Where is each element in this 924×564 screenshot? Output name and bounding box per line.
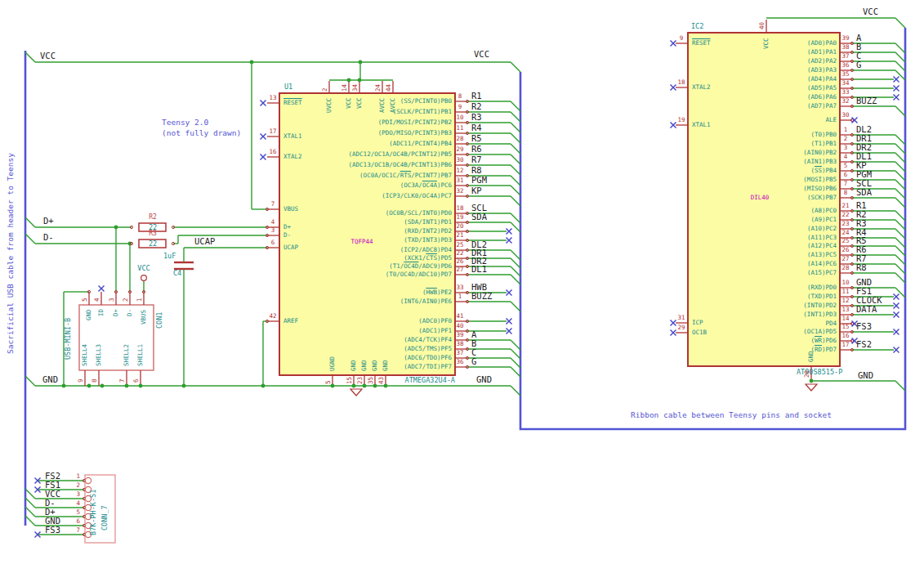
pin-name: GND bbox=[382, 360, 389, 371]
pin-number: 12 bbox=[840, 298, 851, 304]
pin-number: 9 bbox=[454, 104, 466, 110]
pin-number: 5 bbox=[70, 509, 80, 516]
pin-number: 34 bbox=[840, 80, 851, 87]
pin-number: 2 bbox=[123, 298, 129, 302]
component-value: 1uF bbox=[163, 253, 176, 260]
pin-number: 39 bbox=[840, 35, 851, 42]
pin-name: (A8)PC0 bbox=[665, 208, 837, 214]
pin-number: 31 bbox=[675, 315, 688, 321]
net-label: R5 bbox=[471, 134, 482, 143]
pin-number: 17 bbox=[266, 128, 279, 135]
component-ref: U1 bbox=[284, 83, 292, 91]
net-label: GND bbox=[856, 278, 872, 287]
pin-number: 2 bbox=[322, 87, 328, 92]
pin-number: 13 bbox=[266, 95, 279, 101]
component-ref: CON1 bbox=[156, 312, 163, 329]
pin-number: 44 bbox=[386, 84, 392, 92]
no-connect-icon bbox=[507, 329, 512, 334]
no-connect-icon bbox=[507, 319, 512, 325]
pin-name: (T0/OC4D/ADC10)PD7 bbox=[280, 271, 452, 278]
pin-name: (AIN1)PB3 bbox=[665, 159, 837, 165]
pin-number: 22 bbox=[454, 250, 466, 257]
pin-name: (ADC13/OC1B/OC4B/PCINT13)PB6 bbox=[280, 162, 452, 168]
pin-name: (T1)PB1 bbox=[665, 141, 837, 147]
note-ribbon: Ribbon cable between Teensy pins and soc… bbox=[629, 411, 833, 419]
net-label: FS2 bbox=[856, 340, 872, 349]
pin-name: (A11)PC3 bbox=[665, 235, 837, 241]
pin-number: 27 bbox=[454, 266, 466, 273]
pin-name: (T0)PB0 bbox=[665, 132, 837, 138]
pin-name: (AIN0)PB2 bbox=[665, 150, 837, 156]
pin-name: XTAL1 bbox=[692, 122, 711, 128]
pin-name: (INT6/AIN0)PE6 bbox=[280, 298, 452, 305]
note-usb-cable: Sacrificial USB cable from header to Tee… bbox=[7, 153, 15, 354]
pin-name: SHELL4 bbox=[82, 344, 88, 366]
pin-number: 1 bbox=[840, 127, 851, 133]
net-label: R3 bbox=[471, 113, 482, 122]
pin-number: 35 bbox=[840, 71, 851, 78]
no-connect-icon bbox=[894, 347, 899, 353]
note-teensy: (not fully drawn) bbox=[162, 129, 241, 137]
pin-number: 2 bbox=[840, 136, 851, 142]
pin-number: 6 bbox=[70, 518, 80, 525]
pin-name: (AD4)PA4 bbox=[665, 76, 837, 83]
pin-number: 15 bbox=[346, 377, 353, 384]
pin-name: (A14)PC6 bbox=[665, 261, 837, 267]
pin-number: 36 bbox=[840, 62, 851, 69]
net-label: PGM bbox=[856, 170, 872, 179]
net-label-gnd: GND bbox=[476, 375, 492, 384]
pin-name: (TXD)PD1 bbox=[665, 293, 837, 300]
pin-number: 6 bbox=[840, 172, 851, 178]
no-connect-icon bbox=[894, 95, 899, 101]
pin-number: 43 bbox=[378, 377, 385, 384]
pin-name: (HWB)PE2 bbox=[280, 289, 452, 296]
pin-number: 1 bbox=[454, 293, 466, 300]
pin-number: 25 bbox=[840, 238, 851, 244]
component-ref: R2 bbox=[141, 214, 165, 221]
pin-name: (AD6)PA6 bbox=[665, 94, 837, 101]
pin-number: 1 bbox=[70, 473, 80, 480]
pin-number: 33 bbox=[454, 284, 466, 291]
pin-number: 37 bbox=[454, 350, 466, 356]
net-label: A bbox=[471, 330, 476, 339]
pin-number: 39 bbox=[454, 332, 466, 338]
pin-number: 40 bbox=[454, 323, 466, 329]
net-label: DR1 bbox=[856, 134, 872, 143]
vcc-power-icon bbox=[141, 275, 147, 281]
pin-name: (PDO/MISO/PCINT3)PB3 bbox=[280, 130, 452, 137]
pin-name: ID bbox=[98, 309, 105, 316]
component-value: 22 bbox=[141, 240, 165, 248]
pin-number: 10 bbox=[454, 114, 466, 121]
pin-number: 36 bbox=[454, 359, 466, 365]
pin-number: 24 bbox=[375, 84, 382, 92]
pin-name: (RXD)PD0 bbox=[665, 284, 837, 291]
pin-name: (INT1)PD3 bbox=[665, 311, 837, 318]
no-connect-icon bbox=[852, 118, 858, 123]
pin-name: (SS/PCINT0)PB0 bbox=[280, 98, 452, 105]
pin-name: GND bbox=[361, 360, 368, 371]
pin-number: 19 bbox=[454, 214, 466, 221]
pin-number: 15 bbox=[840, 324, 851, 330]
net-label-ucap: UCAP bbox=[194, 237, 215, 246]
no-connect-icon bbox=[261, 101, 266, 106]
pin-name: (INT0)PD2 bbox=[665, 302, 837, 309]
no-connect-icon bbox=[507, 229, 512, 235]
component-value: ATMEGA32U4-A bbox=[373, 377, 455, 384]
pin-name: (A12)PC4 bbox=[665, 243, 837, 249]
pin-number: 4 bbox=[70, 500, 80, 507]
c4-symbol[interactable] bbox=[174, 262, 194, 269]
net-label: FS3 bbox=[856, 322, 872, 331]
net-label: GND bbox=[45, 517, 60, 526]
net-label-vcc: VCC bbox=[40, 51, 56, 60]
pin-number: 6 bbox=[133, 378, 140, 383]
net-label: R3 bbox=[856, 219, 867, 228]
pin-name: D+ bbox=[113, 309, 119, 316]
component-ref: CONN_7 bbox=[101, 505, 109, 530]
pin-name: XTAL1 bbox=[283, 133, 302, 140]
gnd-symbol-icon bbox=[350, 389, 362, 396]
pin-name: GND bbox=[808, 351, 815, 362]
no-connect-icon bbox=[261, 134, 266, 140]
pin-name: (AD2)PA2 bbox=[665, 58, 837, 65]
net-label-dplus: D+ bbox=[43, 217, 54, 226]
pin-name: (SCK)PB7 bbox=[665, 195, 837, 201]
